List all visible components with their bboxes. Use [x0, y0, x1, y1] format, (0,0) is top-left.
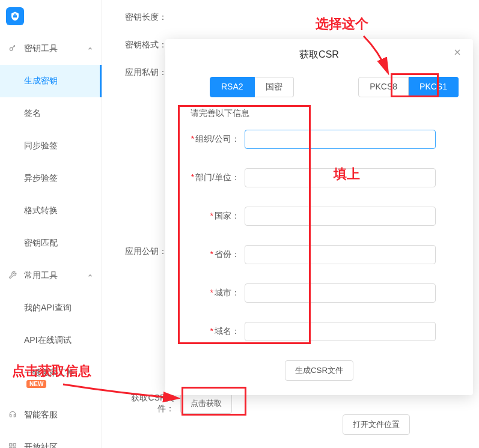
fetch-csr-button[interactable]: 点击获取 — [180, 393, 232, 414]
dept-label: *部门/单位： — [180, 172, 240, 183]
modal-body: RSA2 国密 PKCS8 PKCS1 请完善以下信息 *组织/公司： *部门/… — [165, 71, 473, 395]
menu-section-label: 智能客服 — [24, 410, 58, 420]
tab-guomi[interactable]: 国密 — [255, 77, 294, 97]
shield-icon — [10, 11, 20, 22]
country-input[interactable] — [245, 207, 436, 226]
modal-header: 获取CSR — [165, 39, 473, 71]
close-icon — [453, 47, 462, 57]
sidebar-item-async-verify[interactable]: 异步验签 — [0, 162, 102, 195]
svg-rect-1 — [10, 443, 12, 446]
sidebar: 密钥工具 生成密钥 签名 同步验签 异步验签 格式转换 密钥匹配 常用工具 我的… — [0, 0, 102, 448]
format-tabs: PKCS8 PKCS1 — [358, 77, 459, 97]
sidebar-item-sign[interactable]: 签名 — [0, 97, 102, 130]
tab-pkcs1[interactable]: PKCS1 — [409, 77, 459, 97]
key-length-label: 密钥长度： — [120, 12, 167, 23]
grid-icon — [8, 443, 18, 449]
domain-label: *域名： — [180, 326, 240, 337]
app-public-key-label: 应用公钥： — [120, 246, 167, 257]
chevron-up-icon — [87, 271, 93, 280]
sidebar-item-sync-verify[interactable]: 同步验签 — [0, 130, 102, 162]
sidebar-item-api-debug[interactable]: API在线调试 — [0, 324, 102, 357]
dept-input[interactable] — [245, 168, 436, 187]
org-label: *组织/公司： — [180, 134, 240, 145]
modal-title: 获取CSR — [299, 49, 339, 61]
svg-point-0 — [10, 47, 13, 50]
app-private-key-label: 应用私钥： — [120, 67, 167, 78]
org-input[interactable] — [245, 130, 436, 149]
city-label: *城市： — [180, 288, 240, 298]
svg-rect-2 — [13, 443, 16, 446]
sidebar-item-format-convert[interactable]: 格式转换 — [0, 195, 102, 227]
form-info-tip: 请完善以下信息 — [180, 108, 459, 119]
domain-input[interactable] — [245, 322, 436, 341]
province-input[interactable] — [245, 245, 436, 264]
province-label: *省份： — [180, 249, 240, 260]
csr-file-label: 获取CSR文件： — [120, 393, 174, 414]
sidebar-item-key-match[interactable]: 密钥匹配 — [0, 227, 102, 259]
sidebar-item-api-query[interactable]: 我的API查询 — [0, 292, 102, 324]
key-icon — [8, 44, 18, 54]
menu-section-label: 密钥工具 — [24, 43, 58, 54]
wrench-icon — [8, 271, 18, 281]
country-label: *国家： — [180, 211, 240, 222]
modal-close-button[interactable] — [453, 47, 462, 60]
menu-section-common-tools[interactable]: 常用工具 — [0, 259, 102, 292]
menu-section-community[interactable]: 开放社区 — [0, 431, 102, 448]
menu-section-label: 开放社区 — [24, 442, 58, 448]
tab-rsa2[interactable]: RSA2 — [210, 77, 255, 97]
menu-section-support[interactable]: 智能客服 — [0, 399, 102, 431]
sidebar-item-migrate-tool[interactable]: 一键搬家工具NEW — [0, 357, 102, 399]
logo-container — [0, 0, 102, 32]
headset-icon — [8, 410, 18, 420]
key-format-label: 密钥格式： — [120, 40, 167, 50]
chevron-up-icon — [87, 44, 93, 53]
app-logo — [6, 7, 24, 25]
open-file-location-button[interactable]: 打开文件位置 — [343, 414, 410, 435]
tab-pkcs8[interactable]: PKCS8 — [358, 77, 409, 97]
algorithm-tabs: RSA2 国密 — [210, 77, 294, 97]
menu-section-label: 常用工具 — [24, 270, 58, 281]
new-badge: NEW — [26, 380, 46, 388]
menu-section-key-tools[interactable]: 密钥工具 — [0, 32, 102, 65]
sidebar-item-generate-key[interactable]: 生成密钥 — [0, 65, 102, 97]
generate-csr-button[interactable]: 生成CSR文件 — [285, 360, 353, 381]
city-input[interactable] — [245, 283, 436, 303]
csr-modal: 获取CSR RSA2 国密 PKCS8 PKCS1 请完善以下信息 *组织/公司… — [165, 39, 473, 395]
